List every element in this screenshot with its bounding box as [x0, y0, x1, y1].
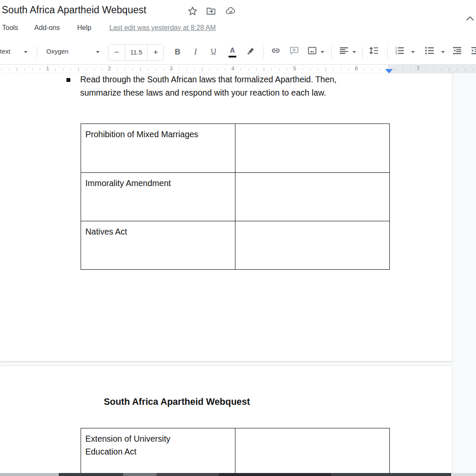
toolbar-divider — [263, 46, 264, 58]
toolbar-divider — [362, 46, 363, 58]
table-cell-response[interactable] — [235, 221, 390, 270]
table-cell-response[interactable] — [235, 173, 390, 221]
toolbar-divider — [37, 46, 37, 58]
ruler-number: 7 — [415, 65, 421, 72]
page-1[interactable]: Read through the South African laws that… — [0, 73, 452, 361]
increase-font-size-button[interactable]: + — [148, 45, 164, 60]
table-cell-response[interactable] — [235, 428, 390, 473]
current-text-color-swatch — [229, 56, 236, 57]
ruler-number: 5 — [292, 65, 297, 72]
ruler-number: 1 — [45, 65, 50, 72]
right-indent-marker[interactable] — [385, 69, 393, 73]
add-comment-icon[interactable] — [289, 45, 300, 56]
ruler-number: 3 — [168, 65, 174, 72]
decrease-font-size-button[interactable]: − — [108, 45, 125, 60]
page2-heading[interactable]: South Africa Apartheid Webquest — [104, 397, 250, 407]
ruler[interactable]: 1 2 3 4 5 6 7 — [0, 65, 476, 73]
underline-button[interactable]: U — [208, 46, 219, 58]
table-cell-law[interactable]: Natives Act — [81, 221, 235, 270]
chevron-down-icon[interactable] — [411, 51, 415, 53]
table-cell-response[interactable] — [235, 124, 390, 173]
laws-table-page1[interactable]: Prohibition of Mixed Marriages Immoralit… — [81, 124, 390, 270]
italic-button[interactable]: I — [190, 46, 201, 58]
paragraph-style-dropdown[interactable]: text — [0, 48, 10, 55]
ruler-number: 2 — [106, 65, 112, 72]
table-cell-law[interactable]: Immorality Amendment — [81, 173, 235, 221]
highlight-color-icon[interactable] — [245, 45, 256, 56]
chevron-down-icon[interactable] — [96, 51, 99, 53]
last-edit-link[interactable]: Last edit was yesterday at 8:28 AM — [109, 24, 216, 32]
line-spacing-icon[interactable] — [368, 45, 379, 56]
insert-image-icon[interactable] — [307, 45, 318, 56]
font-size-group: − 11.5 + — [108, 44, 164, 60]
increase-indent-icon[interactable] — [470, 45, 476, 56]
menu-help[interactable]: Help — [77, 24, 91, 32]
svg-text:3: 3 — [395, 51, 397, 55]
text-color-button[interactable]: A — [227, 46, 238, 58]
toolbar-divider — [387, 46, 388, 58]
document-title[interactable]: South Africa Apartheid Webquest — [2, 4, 146, 16]
laws-table-page2[interactable]: Extension of University Education Act — [81, 428, 390, 473]
table-cell-law[interactable]: Prohibition of Mixed Marriages — [81, 124, 235, 173]
cloud-saved-icon[interactable] — [225, 6, 236, 17]
bullet-list-icon[interactable] — [424, 45, 435, 56]
toolbar: text Oxygen − 11.5 + B I U A — [0, 41, 476, 64]
instruction-paragraph[interactable]: Read through the South African laws that… — [80, 73, 376, 99]
chevron-down-icon[interactable] — [441, 51, 445, 53]
font-dropdown[interactable]: Oxygen — [46, 48, 69, 55]
star-icon[interactable] — [187, 6, 198, 17]
decrease-indent-icon[interactable] — [452, 45, 463, 56]
square-bullet — [66, 78, 70, 82]
ruler-number: 4 — [230, 65, 235, 72]
menu-addons[interactable]: Add-ons — [34, 24, 60, 32]
chevron-down-icon[interactable] — [352, 51, 356, 53]
insert-link-icon[interactable] — [270, 45, 281, 56]
ruler-number: 6 — [353, 65, 359, 72]
hide-menus-icon[interactable] — [464, 13, 476, 24]
font-size-value[interactable]: 11.5 — [125, 45, 148, 60]
menu-tools[interactable]: Tools — [2, 24, 18, 32]
toolbar-divider — [331, 46, 331, 58]
page-2[interactable]: South Africa Apartheid Webquest Extensio… — [0, 366, 452, 473]
chevron-down-icon[interactable] — [24, 51, 27, 53]
bold-button[interactable]: B — [172, 46, 183, 58]
document-canvas: Read through the South African laws that… — [0, 73, 476, 476]
move-folder-icon[interactable] — [205, 6, 217, 17]
table-cell-law[interactable]: Extension of University Education Act — [81, 428, 235, 473]
google-docs-app: South Africa Apartheid Webquest Tools Ad… — [0, 0, 476, 476]
ruler-ticks — [0, 69, 476, 70]
numbered-list-icon[interactable]: 123 — [394, 45, 405, 56]
align-left-icon[interactable] — [338, 45, 349, 56]
chevron-down-icon[interactable] — [321, 51, 324, 53]
header: South Africa Apartheid Webquest Tools Ad… — [0, 0, 476, 65]
